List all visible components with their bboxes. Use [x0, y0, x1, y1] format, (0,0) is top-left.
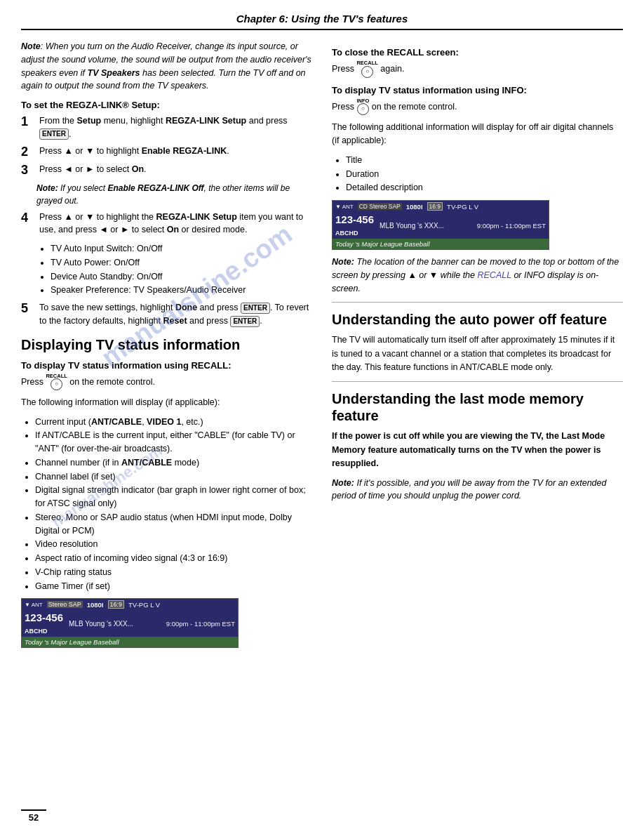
- tv-res-right: 1080I: [406, 203, 423, 211]
- tv-channel-right: 123-456ABCHD: [335, 213, 374, 237]
- chapter-title: Chapter 6: Using the TV's features: [21, 13, 623, 30]
- tv-top-bar-right: ▼ ANT CD Stereo SAP 1080I 16:9 TV-PG L V: [333, 201, 549, 212]
- step-num-4: 4: [21, 211, 36, 226]
- bullet-speaker-pref: Speaker Preference: TV Speakers/Audio Re…: [51, 284, 312, 297]
- recall-button-close: RECALL ○: [356, 60, 377, 78]
- info-note: The following additional information wil…: [332, 121, 623, 148]
- recall-bullet-4: Channel label (if set): [35, 470, 312, 484]
- note-audio-receiver: Note: When you turn on the Audio Receive…: [21, 40, 312, 93]
- step-text-3: Press or to select On.: [39, 163, 312, 176]
- arrow-down-icon-4: [86, 212, 94, 222]
- recall-bullet-3: Channel number (if in ANT/CABLE mode): [35, 456, 312, 470]
- enter-button-1: ENTER: [39, 128, 69, 140]
- tv-aspect: 16:9: [108, 600, 125, 609]
- tv-top-bar: ▼ ANT Stereo SAP 1080I 16:9 TV-PG L V: [22, 599, 238, 610]
- last-mode-body: If the power is cut off while you are vi…: [332, 430, 623, 470]
- tv-ant: ▼ ANT: [25, 602, 43, 608]
- note-label: Note: When you turn on the Audio Receive…: [21, 41, 311, 91]
- recall-close-label: RECALL: [356, 60, 377, 66]
- tv-ant-right: ▼ ANT: [335, 204, 354, 210]
- info-bullets: Title Duration Detailed description: [332, 154, 623, 194]
- step-num-5: 5: [21, 301, 36, 317]
- recall-bullet-7: Video resolution: [35, 538, 312, 551]
- tv-stereo-right: CD Stereo SAP: [358, 203, 402, 210]
- info-body: Press INFO ○ on the remote control.: [332, 98, 623, 116]
- step-4: 4 Press or to highlight the REGZA-LINK S…: [21, 211, 312, 237]
- bullet-tv-auto-power: TV Auto Power: On/Off: [51, 256, 312, 270]
- tv-screen-info: ▼ ANT CD Stereo SAP 1080I 16:9 TV-PG L V…: [332, 200, 549, 250]
- recall-bullets: Current input (ANT/CABLE, VIDEO 1, etc.)…: [21, 416, 312, 593]
- arrow-left-icon-4: [99, 225, 107, 234]
- recall-bullet-5: Digital signal strength indicator (bar g…: [35, 484, 312, 510]
- tv-screen-recall: ▼ ANT Stereo SAP 1080I 16:9 TV-PG L V 12…: [21, 598, 239, 648]
- step-num-3: 3: [21, 163, 36, 178]
- recall-label: RECALL: [46, 373, 67, 379]
- info-button: INFO ○: [356, 98, 369, 116]
- tv-stereo: Stereo SAP: [47, 601, 83, 608]
- note-banner: Note: The location of the banner can be …: [332, 256, 623, 295]
- divider-1: [332, 302, 623, 303]
- step-text-4: Press or to highlight the REGZA-LINK Set…: [39, 211, 312, 237]
- last-mode-heading: Understanding the last mode memory featu…: [332, 390, 623, 424]
- arrow-up-icon-4: [64, 212, 72, 222]
- right-column: To close the RECALL screen: Press RECALL…: [332, 40, 623, 654]
- tv-time: 9:00pm - 11:00pm EST: [166, 620, 235, 628]
- arrow-down-banner: [429, 270, 438, 280]
- note-banner-text: Note: The location of the banner can be …: [332, 257, 619, 293]
- regza-link-heading: To set the REGZA-LINK® Setup:: [21, 100, 312, 110]
- arrow-down-icon: [86, 146, 94, 156]
- tv-program: MLB Young 's XXX...: [69, 620, 161, 628]
- step-4-bullets: TV Auto Input Switch: On/Off TV Auto Pow…: [36, 242, 312, 297]
- left-column: Note: When you turn on the Audio Receive…: [21, 40, 312, 654]
- recall-bullet-2: If ANT/CABLE is the current input, eithe…: [35, 429, 312, 456]
- auto-power-body: The TV will automatically turn itself of…: [332, 333, 623, 374]
- arrow-up-icon: [64, 146, 72, 156]
- step-note-3: Note: If you select Enable REGZA-LINK Of…: [36, 182, 312, 207]
- step-2: 2 Press or to highlight Enable REGZA-LIN…: [21, 145, 312, 160]
- tv-channel: 123-456ABCHD: [25, 611, 63, 635]
- auto-power-heading: Understanding the auto power off feature: [332, 311, 623, 328]
- arrow-right-icon-4: [121, 225, 129, 234]
- recall-close-circle: ○: [361, 66, 373, 78]
- info-bullet-desc: Detailed description: [346, 181, 623, 194]
- step-num-1: 1: [21, 114, 36, 130]
- step-num-2: 2: [21, 145, 36, 160]
- bullet-device-auto-standby: Device Auto Standby: On/Off: [51, 270, 312, 284]
- info-bullet-title: Title: [346, 154, 623, 167]
- page-number: 52: [21, 809, 46, 823]
- tv-program-right: MLB Young 's XXX...: [380, 222, 471, 230]
- displaying-section-heading: Displaying TV status information: [21, 336, 312, 353]
- last-mode-note: Note: If it's possible, and you will be …: [332, 477, 623, 503]
- recall-circle: ○: [51, 378, 62, 390]
- bullet-tv-auto-input: TV Auto Input Switch: On/Off: [51, 242, 312, 256]
- divider-2: [332, 381, 623, 382]
- recall-bullet-1: Current input (ANT/CABLE, VIDEO 1, etc.): [35, 416, 312, 429]
- arrow-left-icon: [64, 164, 72, 174]
- step-5-row: 5 To save the new settings, highlight Do…: [21, 301, 312, 328]
- recall-info-text: The following information will display (…: [21, 396, 312, 409]
- enter-button-5a: ENTER: [241, 303, 270, 314]
- recall-body: Press RECALL ○ on the remote control.: [21, 373, 312, 391]
- tv-desc-right: Today 's Major League Baseball: [333, 239, 549, 249]
- tv-pg-right: TV-PG L V: [447, 203, 478, 211]
- step-text-2: Press or to highlight Enable REGZA-LINK.: [39, 145, 312, 158]
- arrow-up-banner: [408, 270, 416, 280]
- step-note-3-text: Note: If you select Enable REGZA-LINK Of…: [36, 182, 312, 207]
- close-recall-body: Press RECALL ○ again.: [332, 60, 623, 78]
- last-mode-note-text: Note: If it's possible, and you will be …: [332, 478, 606, 501]
- enter-button-5b: ENTER: [230, 316, 260, 327]
- recall-bullet-6: Stereo, Mono or SAP audio status (when H…: [35, 511, 312, 538]
- tv-main-row: 123-456ABCHD MLB Young 's XXX... 9:00pm …: [22, 610, 238, 637]
- page: manualshine.com manualshine.com Chapter …: [0, 0, 644, 834]
- tv-desc: Today 's Major League Baseball: [22, 637, 238, 647]
- recall-bullet-8: Aspect ratio of incoming video signal (4…: [35, 552, 312, 565]
- tv-time-right: 9:00pm - 11:00pm EST: [477, 222, 546, 230]
- info-bullet-duration: Duration: [346, 168, 623, 181]
- recall-bullet-10: Game Timer (if set): [35, 580, 312, 593]
- recall-button-icon: RECALL ○: [46, 373, 67, 391]
- tv-main-row-right: 123-456ABCHD MLB Young 's XXX... 9:00pm …: [333, 212, 549, 239]
- step-text-1: From the Setup menu, highlight REGZA-LIN…: [39, 114, 312, 141]
- tv-res: 1080I: [87, 601, 104, 609]
- info-heading: To display TV status information using I…: [332, 85, 623, 95]
- two-column-layout: Note: When you turn on the Audio Receive…: [21, 40, 623, 654]
